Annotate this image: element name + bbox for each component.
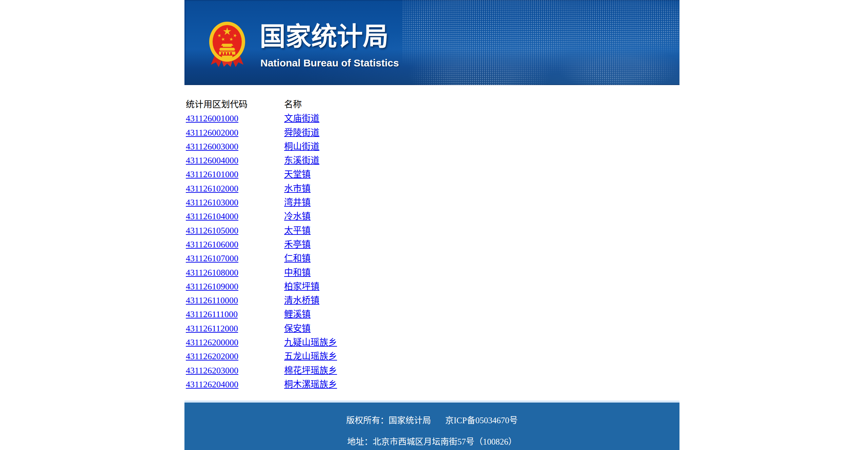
name-cell: 禾亭镇: [284, 238, 337, 251]
name-cell: 冷水镇: [284, 209, 337, 223]
icp-number: 京ICP备05034670号: [445, 416, 518, 425]
code-cell: 431126204000: [186, 377, 284, 391]
table-row: 431126104000冷水镇: [186, 209, 337, 223]
table-row: 431126004000东溪街道: [186, 154, 337, 167]
code-link[interactable]: 431126112000: [186, 324, 238, 333]
footer-main: 版权所有：国家统计局 京ICP备05034670号 地址：北京市西城区月坛南街5…: [184, 403, 679, 450]
name-link[interactable]: 禾亭镇: [284, 240, 311, 249]
table-row: 431126106000禾亭镇: [186, 238, 337, 251]
name-link[interactable]: 东溪街道: [284, 156, 319, 165]
code-link[interactable]: 431126107000: [186, 253, 238, 263]
name-cell: 九疑山瑶族乡: [284, 335, 337, 349]
code-link[interactable]: 431126004000: [186, 156, 238, 165]
name-link[interactable]: 文庙街道: [284, 114, 319, 123]
code-link[interactable]: 431126101000: [186, 169, 238, 179]
name-cell: 清水桥镇: [284, 293, 337, 307]
name-link[interactable]: 鲤溪镇: [284, 309, 311, 319]
name-cell: 文庙街道: [284, 111, 337, 125]
table-row: 431126112000保安镇: [186, 322, 337, 335]
table-row: 431126109000柏家坪镇: [186, 280, 337, 293]
code-link[interactable]: 431126105000: [186, 226, 238, 236]
code-cell: 431126101000: [186, 167, 284, 181]
code-link[interactable]: 431126111000: [186, 309, 238, 319]
code-link[interactable]: 431126002000: [186, 128, 238, 138]
code-link[interactable]: 431126001000: [186, 114, 238, 123]
table-row: 431126107000仁和镇: [186, 251, 337, 265]
code-cell: 431126109000: [186, 280, 284, 293]
world-map-pattern: [402, 0, 679, 85]
name-link[interactable]: 湾井镇: [284, 198, 311, 207]
name-link[interactable]: 水市镇: [284, 184, 311, 193]
table-row: 431126110000清水桥镇: [186, 293, 337, 307]
name-cell: 柏家坪镇: [284, 280, 337, 293]
code-link[interactable]: 431126109000: [186, 282, 238, 291]
code-link[interactable]: 431126106000: [186, 240, 238, 249]
name-cell: 五龙山瑶族乡: [284, 349, 337, 363]
name-cell: 东溪街道: [284, 154, 337, 167]
code-link[interactable]: 431126110000: [186, 295, 238, 305]
code-link[interactable]: 431126108000: [186, 268, 238, 278]
name-cell: 中和镇: [284, 266, 337, 280]
name-link[interactable]: 中和镇: [284, 268, 311, 278]
code-cell: 431126107000: [186, 251, 284, 265]
name-link[interactable]: 保安镇: [284, 324, 311, 333]
code-link[interactable]: 431126204000: [186, 380, 238, 389]
code-cell: 431126106000: [186, 238, 284, 251]
name-cell: 天堂镇: [284, 167, 337, 181]
footer-address: 地址：北京市西城区月坛南街57号（100826）: [184, 437, 679, 446]
table-row: 431126003000桐山街道: [186, 140, 337, 154]
code-cell: 431126200000: [186, 335, 284, 349]
site-subtitle: National Bureau of Statistics: [260, 57, 399, 69]
name-cell: 水市镇: [284, 182, 337, 196]
column-header-name: 名称: [284, 98, 337, 111]
code-cell: 431126110000: [186, 293, 284, 307]
name-cell: 棉花坪瑶族乡: [284, 364, 337, 377]
code-link[interactable]: 431126102000: [186, 184, 238, 193]
table-row: 431126001000文庙街道: [186, 111, 337, 125]
copyright-text: 版权所有：国家统计局: [346, 416, 431, 425]
name-cell: 舜陵街道: [284, 126, 337, 140]
name-cell: 湾井镇: [284, 196, 337, 209]
name-link[interactable]: 太平镇: [284, 226, 311, 236]
name-cell: 仁和镇: [284, 251, 337, 265]
code-link[interactable]: 431126103000: [186, 198, 238, 207]
code-cell: 431126102000: [186, 182, 284, 196]
name-link[interactable]: 天堂镇: [284, 169, 311, 179]
name-link[interactable]: 桐山街道: [284, 142, 319, 151]
division-code-list: 统计用区划代码 名称 431126001000文庙街道431126002000舜…: [186, 98, 679, 391]
site-title: 国家统计局: [260, 22, 389, 51]
name-cell: 保安镇: [284, 322, 337, 335]
code-cell: 431126004000: [186, 154, 284, 167]
code-cell: 431126001000: [186, 111, 284, 125]
table-row: 431126101000天堂镇: [186, 167, 337, 181]
name-link[interactable]: 冷水镇: [284, 211, 311, 221]
name-link[interactable]: 桐木漯瑶族乡: [284, 380, 337, 389]
name-link[interactable]: 五龙山瑶族乡: [284, 351, 337, 361]
name-cell: 桐木漯瑶族乡: [284, 377, 337, 391]
page-footer: 版权所有：国家统计局 京ICP备05034670号 地址：北京市西城区月坛南街5…: [184, 401, 679, 450]
code-cell: 431126104000: [186, 209, 284, 223]
table-row: 431126202000五龙山瑶族乡: [186, 349, 337, 363]
code-cell: 431126108000: [186, 266, 284, 280]
name-link[interactable]: 舜陵街道: [284, 128, 319, 138]
code-cell: 431126003000: [186, 140, 284, 154]
header-row: 统计用区划代码 名称: [186, 98, 337, 111]
code-link[interactable]: 431126202000: [186, 351, 238, 361]
table-row: 431126200000九疑山瑶族乡: [186, 335, 337, 349]
name-link[interactable]: 清水桥镇: [284, 295, 319, 305]
code-link[interactable]: 431126203000: [186, 366, 238, 375]
name-link[interactable]: 仁和镇: [284, 253, 311, 263]
name-link[interactable]: 九疑山瑶族乡: [284, 338, 337, 347]
code-link[interactable]: 431126104000: [186, 211, 238, 221]
table-row: 431126102000水市镇: [186, 182, 337, 196]
code-link[interactable]: 431126200000: [186, 338, 238, 347]
table-row: 431126002000舜陵街道: [186, 126, 337, 140]
name-link[interactable]: 柏家坪镇: [284, 282, 319, 291]
code-cell: 431126112000: [186, 322, 284, 335]
column-header-code: 统计用区划代码: [186, 98, 284, 111]
national-emblem-icon: [207, 20, 248, 68]
page: 国家统计局 National Bureau of Statistics 统计用区…: [0, 0, 868, 450]
name-link[interactable]: 棉花坪瑶族乡: [284, 366, 337, 375]
table-row: 431126203000棉花坪瑶族乡: [186, 364, 337, 377]
code-link[interactable]: 431126003000: [186, 142, 238, 151]
